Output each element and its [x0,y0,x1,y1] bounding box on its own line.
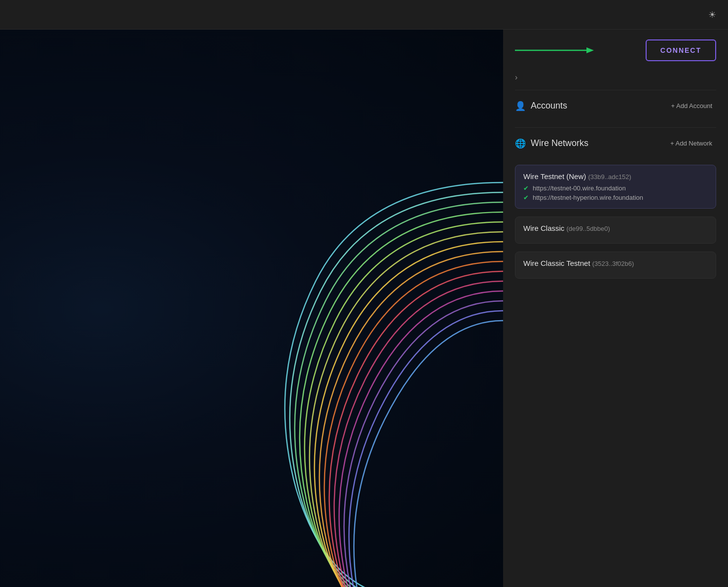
network-card-testnet-new[interactable]: Wire Testnet (New) (33b9..adc152) ✔ http… [515,165,716,209]
chevron-icon: › [515,73,517,81]
divider-2 [515,127,716,128]
svg-marker-1 [586,47,594,53]
connect-button[interactable]: CONNECT [646,39,716,61]
add-account-button[interactable]: + Add Account [667,100,716,111]
connect-arrow [515,45,638,55]
accounts-title: Accounts [531,101,567,111]
network-id-1: (de99..5dbbe0) [567,225,610,232]
settings-icon[interactable]: ☀ [704,7,720,23]
network-id-0: (33b9..adc152) [588,173,631,181]
networks-title: Wire Networks [531,138,588,148]
add-network-button[interactable]: + Add Network [666,138,716,149]
left-panel: .wire { fill: none; stroke-width: 2.5; o… [0,30,503,587]
network-name-0: Wire Testnet (New) (33b9..adc152) [523,172,708,181]
accounts-section: 👤 Accounts + Add Account [503,94,728,123]
network-url-0-1: ✔ https://testnet-hyperion.wire.foundati… [523,194,708,201]
network-name-1: Wire Classic (de99..5dbbe0) [523,224,708,232]
network-name-2: Wire Classic Testnet (3523..3f02b6) [523,259,708,267]
network-card-classic-testnet[interactable]: Wire Classic Testnet (3523..3f02b6) [515,252,716,279]
networks-section: 🌐 Wire Networks + Add Network [503,132,728,161]
globe-icon: 🌐 [515,138,526,149]
right-sidebar: CONNECT › 👤 Accounts + Add Account 🌐 [503,30,728,587]
accounts-icon: 👤 [515,101,526,111]
check-icon-0-1: ✔ [523,194,529,201]
connect-area: CONNECT [503,30,728,69]
topbar: ☀ [0,0,728,30]
network-card-classic[interactable]: Wire Classic (de99..5dbbe0) [515,217,716,244]
network-url-0-0: ✔ https://testnet-00.wire.foundation [523,184,708,192]
check-icon-0-0: ✔ [523,184,529,192]
divider-1 [515,90,716,90]
chevron-row[interactable]: › [503,69,728,86]
network-id-2: (3523..3f02b6) [592,260,634,267]
